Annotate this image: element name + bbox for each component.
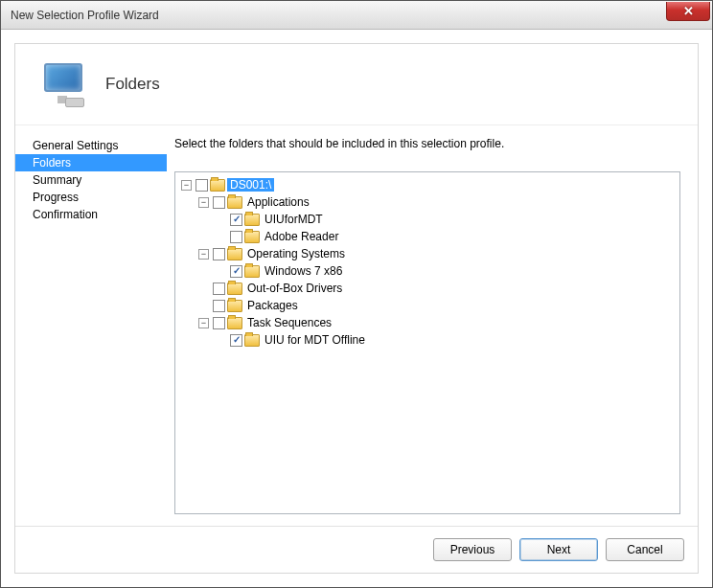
tree-node[interactable]: −Task Sequences xyxy=(198,314,678,331)
folder-icon xyxy=(244,265,260,278)
tree-node-label[interactable]: Task Sequences xyxy=(244,316,334,329)
sidebar-item[interactable]: Confirmation xyxy=(15,206,167,223)
folder-tree[interactable]: −DS001:\−ApplicationsUIUforMDTAdobe Read… xyxy=(174,171,680,514)
tree-node[interactable]: Packages xyxy=(198,297,678,314)
folder-icon xyxy=(227,248,242,260)
checkbox[interactable] xyxy=(213,283,225,295)
main-area: General SettingsFoldersSummaryProgressCo… xyxy=(15,124,698,526)
tree-node[interactable]: Windows 7 x86 xyxy=(216,262,678,280)
tree-node-label[interactable]: Windows 7 x86 xyxy=(262,264,345,278)
instruction-text: Select the folders that should be includ… xyxy=(174,137,680,150)
sidebar-item[interactable]: Summary xyxy=(15,171,167,189)
checkbox[interactable] xyxy=(196,179,208,192)
folder-icon xyxy=(244,334,260,347)
collapse-icon[interactable]: − xyxy=(198,249,209,260)
inner-frame: Folders General SettingsFoldersSummaryPr… xyxy=(14,43,699,574)
folder-icon xyxy=(227,317,242,329)
collapse-icon[interactable]: − xyxy=(181,180,192,191)
checkbox[interactable] xyxy=(213,196,225,209)
button-label: Cancel xyxy=(627,543,662,556)
close-icon: ✕ xyxy=(683,4,694,18)
tree-node[interactable]: Adobe Reader xyxy=(216,228,678,245)
close-button[interactable]: ✕ xyxy=(666,2,710,21)
tree-node-label[interactable]: Packages xyxy=(244,299,301,312)
tree-node-label[interactable]: Out-of-Box Drivers xyxy=(244,282,345,295)
sidebar-item[interactable]: Progress xyxy=(15,189,167,206)
checkbox[interactable] xyxy=(213,300,225,312)
folder-icon xyxy=(210,179,225,192)
computer-icon xyxy=(42,61,88,107)
dialog-body: Folders General SettingsFoldersSummaryPr… xyxy=(1,30,712,587)
content-panel: Select the folders that should be includ… xyxy=(167,125,698,526)
tree-node[interactable]: Out-of-Box Drivers xyxy=(198,280,678,297)
checkbox[interactable] xyxy=(230,214,242,226)
window-title: New Selection Profile Wizard xyxy=(11,9,159,22)
folder-icon xyxy=(227,196,242,209)
collapse-icon[interactable]: − xyxy=(198,197,209,208)
folder-icon xyxy=(227,283,242,295)
cancel-button[interactable]: Cancel xyxy=(606,538,684,561)
tree-node[interactable]: UIU for MDT Offline xyxy=(216,331,678,349)
folder-icon xyxy=(244,214,260,226)
tree-node-label[interactable]: UIUforMDT xyxy=(262,213,326,226)
checkbox[interactable] xyxy=(230,231,242,243)
sidebar-item[interactable]: Folders xyxy=(15,154,167,171)
folder-icon xyxy=(227,300,242,312)
button-bar: Previous Next Cancel xyxy=(15,526,698,573)
tree-node-label[interactable]: DS001:\ xyxy=(227,178,274,192)
tree-node[interactable]: UIUforMDT xyxy=(216,211,678,228)
next-button[interactable]: Next xyxy=(519,538,598,561)
wizard-steps-sidebar: General SettingsFoldersSummaryProgressCo… xyxy=(15,125,167,526)
tree-node-label[interactable]: Adobe Reader xyxy=(262,230,341,243)
checkbox[interactable] xyxy=(230,265,242,278)
tree-node[interactable]: −Applications xyxy=(198,193,678,211)
wizard-window: New Selection Profile Wizard ✕ Folders G… xyxy=(0,0,713,588)
folder-icon xyxy=(244,231,260,243)
page-title: Folders xyxy=(105,75,160,94)
button-label: Next xyxy=(547,543,571,556)
tree-node[interactable]: −DS001:\ xyxy=(181,176,678,193)
previous-button[interactable]: Previous xyxy=(433,538,512,561)
titlebar: New Selection Profile Wizard ✕ xyxy=(1,1,712,30)
checkbox[interactable] xyxy=(213,248,225,260)
tree-node-label[interactable]: UIU for MDT Offline xyxy=(262,333,368,347)
header-panel: Folders xyxy=(15,44,698,124)
collapse-icon[interactable]: − xyxy=(198,318,209,328)
tree-node-label[interactable]: Applications xyxy=(244,195,312,209)
button-label: Previous xyxy=(450,543,495,556)
tree-node[interactable]: −Operating Systems xyxy=(198,245,678,262)
tree-node-label[interactable]: Operating Systems xyxy=(244,247,348,260)
checkbox[interactable] xyxy=(230,334,242,347)
sidebar-item[interactable]: General Settings xyxy=(15,137,167,154)
checkbox[interactable] xyxy=(213,317,225,329)
